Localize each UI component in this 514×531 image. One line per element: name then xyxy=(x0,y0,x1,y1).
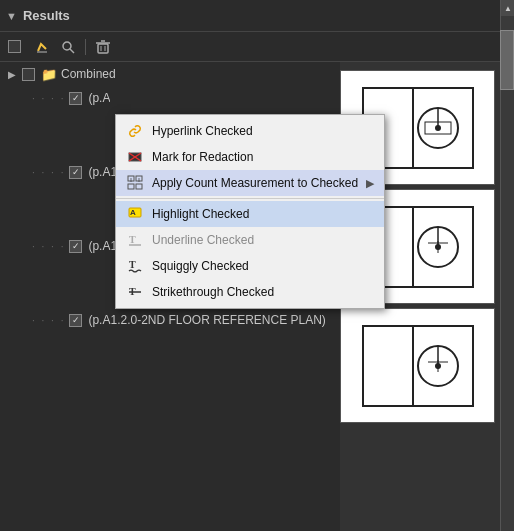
hyperlink-label: Hyperlink Checked xyxy=(152,124,253,138)
menu-item-underline[interactable]: T Underline Checked xyxy=(116,227,384,253)
svg-text:T: T xyxy=(129,259,136,270)
connector-4: · · · · xyxy=(32,315,65,326)
svg-point-13 xyxy=(435,125,441,131)
collapse-icon[interactable]: ▼ xyxy=(6,10,17,22)
pa4-label: (p.A1.2.0-2ND FLOOR REFERENCE PLAN) xyxy=(88,313,325,327)
svg-rect-3 xyxy=(98,44,108,53)
svg-line-2 xyxy=(70,49,74,53)
toolbar-sep xyxy=(85,39,86,55)
count-label: Apply Count Measurement to Checked xyxy=(152,176,358,190)
svg-text:||: || xyxy=(130,177,132,182)
menu-item-squiggly[interactable]: T Squiggly Checked xyxy=(116,253,384,279)
highlight-label: Highlight Checked xyxy=(152,207,249,221)
combined-label: Combined xyxy=(61,67,116,81)
main-content: ▶ 📁 Combined · · · · (p.A · · · · (p.A1.… xyxy=(0,62,514,531)
connector-2: · · · · xyxy=(32,167,65,178)
pa1-label: (p.A xyxy=(88,91,110,105)
squiggly-icon: T xyxy=(126,258,144,274)
search-tool-btn[interactable] xyxy=(57,37,79,57)
connector-3: · · · · xyxy=(32,241,65,252)
toolbar xyxy=(0,32,514,62)
menu-sep-1 xyxy=(116,198,384,199)
tree-row-pa4[interactable]: · · · · (p.A1.2.0-2ND FLOOR REFERENCE PL… xyxy=(0,308,345,332)
svg-text:A: A xyxy=(130,208,136,217)
svg-rect-36 xyxy=(128,184,134,189)
strikethrough-label: Strikethrough Checked xyxy=(152,285,274,299)
redaction-label: Mark for Redaction xyxy=(152,150,253,164)
tree-row-pa1[interactable]: · · · · (p.A xyxy=(0,86,345,110)
hyperlink-icon xyxy=(126,123,144,139)
delete-tool-btn[interactable] xyxy=(92,37,114,57)
checkbox-pa2[interactable] xyxy=(69,166,82,179)
checkbox-pa3[interactable] xyxy=(69,240,82,253)
thumbnail-3 xyxy=(340,308,495,423)
svg-text:||: || xyxy=(138,177,140,182)
expand-arrow-combined[interactable]: ▶ xyxy=(8,69,18,80)
count-icon: || || xyxy=(126,175,144,191)
svg-point-1 xyxy=(63,42,71,50)
menu-item-redaction[interactable]: Mark for Redaction xyxy=(116,144,384,170)
toolbar-checkbox[interactable] xyxy=(8,40,21,53)
connector-1: · · · · xyxy=(32,93,65,104)
folder-icon-combined: 📁 xyxy=(41,67,57,82)
svg-rect-37 xyxy=(136,184,142,189)
panel-title: Results xyxy=(23,8,70,23)
context-menu: Hyperlink Checked Mark for Redaction xyxy=(115,114,385,309)
count-submenu-arrow: ▶ xyxy=(366,177,374,190)
underline-icon: T xyxy=(126,232,144,248)
underline-label: Underline Checked xyxy=(152,233,254,247)
svg-text:T: T xyxy=(129,234,136,245)
highlight-icon: A xyxy=(126,206,144,222)
menu-item-count[interactable]: || || Apply Count Measurement to Checked… xyxy=(116,170,384,196)
squiggly-label: Squiggly Checked xyxy=(152,259,249,273)
results-header: ▼ Results xyxy=(0,0,514,32)
floorplan-svg-3 xyxy=(353,316,483,416)
checkbox-pa4[interactable] xyxy=(69,314,82,327)
checkbox-pa1[interactable] xyxy=(69,92,82,105)
menu-item-hyperlink[interactable]: Hyperlink Checked xyxy=(116,118,384,144)
menu-item-highlight[interactable]: A Highlight Checked xyxy=(116,201,384,227)
checkbox-combined[interactable] xyxy=(22,68,35,81)
scroll-up-arrow[interactable]: ▲ xyxy=(501,0,514,16)
tree-row-combined[interactable]: ▶ 📁 Combined xyxy=(0,62,345,86)
strikethrough-icon: T xyxy=(126,284,144,300)
highlight-tool-btn[interactable] xyxy=(31,37,53,57)
menu-item-strikethrough[interactable]: T Strikethrough Checked xyxy=(116,279,384,305)
redaction-icon xyxy=(126,149,144,165)
